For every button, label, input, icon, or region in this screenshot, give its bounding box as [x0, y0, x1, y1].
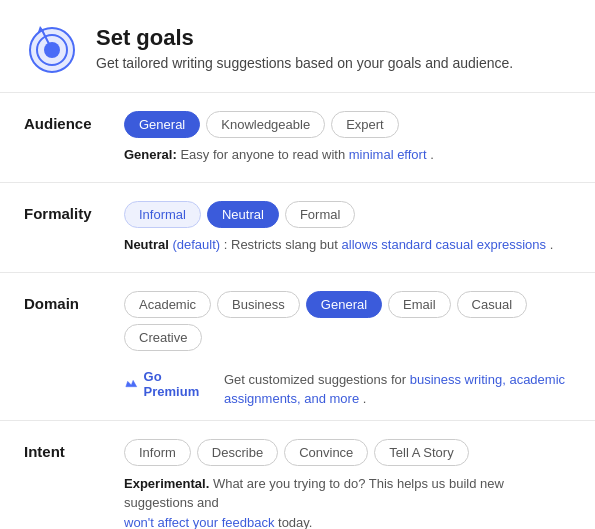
- intent-btn-inform[interactable]: Inform: [124, 439, 191, 466]
- target-icon: [24, 20, 80, 76]
- exp-end: today.: [278, 515, 312, 529]
- formality-section: Formality Informal Neutral Formal Neutra…: [0, 183, 595, 273]
- header-text: Set goals Get tailored writing suggestio…: [96, 25, 513, 71]
- premium-label: Go Premium: [144, 369, 214, 399]
- domain-hint-end: .: [363, 391, 367, 406]
- intent-body: Inform Describe Convince Tell A Story Ex…: [124, 439, 571, 529]
- formality-hint-highlight: allows standard casual expressions: [342, 237, 547, 252]
- audience-hint-text: Easy for anyone to read with: [180, 147, 348, 162]
- audience-hint-highlight: minimal effort: [349, 147, 427, 162]
- domain-btn-general[interactable]: General: [306, 291, 382, 318]
- domain-hint-text: Get customized suggestions for: [224, 372, 410, 387]
- domain-btn-email[interactable]: Email: [388, 291, 451, 318]
- premium-icon: [124, 376, 139, 392]
- audience-btn-knowledgeable[interactable]: Knowledgeable: [206, 111, 325, 138]
- exp-bold: Experimental.: [124, 476, 209, 491]
- intent-section: Intent Inform Describe Convince Tell A S…: [0, 421, 595, 529]
- audience-label: Audience: [24, 111, 124, 132]
- audience-hint-prefix: General:: [124, 147, 177, 162]
- formality-label: Formality: [24, 201, 124, 222]
- formality-hint-colon: :: [224, 237, 228, 252]
- formality-hint-default: (default): [172, 237, 220, 252]
- domain-btn-academic[interactable]: Academic: [124, 291, 211, 318]
- domain-section: Domain Academic Business General Email C…: [0, 273, 595, 420]
- modal-header: Set goals Get tailored writing suggestio…: [0, 0, 595, 93]
- formality-hint: Neutral (default) : Restricts slang but …: [124, 236, 571, 254]
- intent-experimental-text: Experimental. What are you trying to do?…: [124, 474, 571, 529]
- intent-btn-convince[interactable]: Convince: [284, 439, 368, 466]
- intent-label: Intent: [24, 439, 124, 460]
- formality-btn-informal[interactable]: Informal: [124, 201, 201, 228]
- premium-row: Go Premium Get customized suggestions fo…: [0, 363, 595, 419]
- formality-hint-text: Restricts slang but: [231, 237, 342, 252]
- domain-btn-group: Academic Business General Email Casual C…: [124, 291, 571, 351]
- intent-btn-describe[interactable]: Describe: [197, 439, 278, 466]
- audience-section: Audience General Knowledgeable Expert Ge…: [0, 93, 595, 183]
- domain-hint: Get customized suggestions for business …: [224, 371, 571, 407]
- formality-btn-group: Informal Neutral Formal: [124, 201, 571, 228]
- modal-title: Set goals: [96, 25, 513, 51]
- domain-label: Domain: [24, 291, 124, 312]
- formality-btn-formal[interactable]: Formal: [285, 201, 355, 228]
- domain-btn-creative[interactable]: Creative: [124, 324, 202, 351]
- intent-btn-group: Inform Describe Convince Tell A Story: [124, 439, 571, 466]
- set-goals-modal: Set goals Get tailored writing suggestio…: [0, 0, 595, 529]
- audience-btn-expert[interactable]: Expert: [331, 111, 399, 138]
- modal-subtitle: Get tailored writing suggestions based o…: [96, 55, 513, 71]
- exp-link: won't affect your feedback: [124, 515, 274, 529]
- audience-hint: General: Easy for anyone to read with mi…: [124, 146, 571, 164]
- formality-body: Informal Neutral Formal Neutral (default…: [124, 201, 571, 254]
- audience-hint-end: .: [430, 147, 434, 162]
- audience-btn-group: General Knowledgeable Expert: [124, 111, 571, 138]
- go-premium-badge[interactable]: Go Premium: [124, 367, 214, 399]
- domain-btn-business[interactable]: Business: [217, 291, 300, 318]
- domain-row: Domain Academic Business General Email C…: [0, 273, 595, 363]
- formality-hint-prefix: Neutral: [124, 237, 169, 252]
- modal-content: Audience General Knowledgeable Expert Ge…: [0, 93, 595, 529]
- audience-btn-general[interactable]: General: [124, 111, 200, 138]
- domain-body: Academic Business General Email Casual C…: [124, 291, 571, 359]
- audience-body: General Knowledgeable Expert General: Ea…: [124, 111, 571, 164]
- intent-btn-tell-a-story[interactable]: Tell A Story: [374, 439, 468, 466]
- formality-btn-neutral[interactable]: Neutral: [207, 201, 279, 228]
- formality-hint-end: .: [550, 237, 554, 252]
- domain-btn-casual[interactable]: Casual: [457, 291, 527, 318]
